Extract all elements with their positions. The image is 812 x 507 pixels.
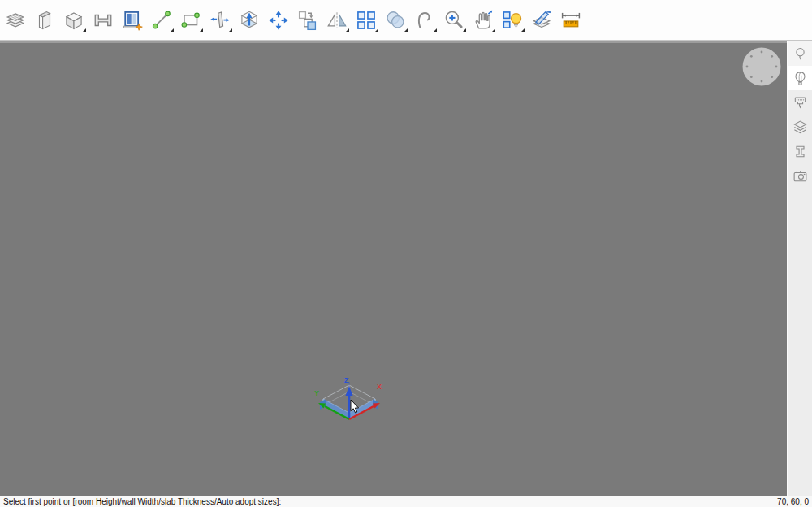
wall-corner-icon [34, 10, 55, 31]
sidebar-tab-lamp[interactable] [788, 41, 812, 66]
dropdown-corner-icon [199, 28, 203, 32]
copy-squares-icon [297, 10, 318, 31]
cube-up-arrow-icon [239, 10, 260, 31]
x-axis-label: X [377, 383, 382, 391]
ibeam-icon [793, 144, 808, 159]
sidebar-tab-profiles[interactable] [788, 139, 812, 163]
sidebar-tab-layers[interactable] [788, 115, 812, 139]
sidebar-tab-balloon[interactable] [788, 66, 812, 90]
beam-tool-button[interactable] [93, 4, 114, 37]
toolbar-separator [585, 0, 585, 41]
compass-dial-icon [742, 47, 781, 86]
y-axis-label: Y [314, 389, 319, 397]
sidebar-tab-camera[interactable] [788, 163, 812, 188]
room-preview-gizmo: Y X Z [309, 371, 390, 436]
z-axis-label: Z [344, 376, 349, 384]
section-tool-button[interactable] [531, 4, 552, 37]
dropdown-corner-icon [228, 28, 232, 32]
copy-tool-button[interactable] [297, 4, 318, 37]
box-tool-button[interactable] [63, 4, 84, 37]
lightbulb-icon [793, 46, 808, 62]
wall-offset-tool-button[interactable] [209, 4, 231, 37]
main-toolbar [0, 0, 812, 41]
dropdown-corner-icon [82, 28, 86, 32]
dropdown-corner-icon [462, 28, 466, 32]
fillet-curve-tool-button[interactable] [414, 4, 435, 37]
rectangle-tool-button[interactable] [180, 4, 201, 37]
pan-tool-button[interactable] [473, 4, 494, 37]
window-sparkle-icon [122, 10, 143, 31]
slab-stack-icon [5, 10, 26, 31]
dropdown-corner-icon [404, 28, 408, 32]
right-panel-tabs [787, 41, 812, 496]
camera-icon [793, 168, 808, 184]
visibility-tool-button[interactable] [502, 4, 523, 37]
status-bar: Select first point or [room Height/wall … [0, 496, 812, 507]
boolean-tool-button[interactable] [385, 4, 406, 37]
beam-profile-icon [93, 10, 114, 31]
slab-tool-button[interactable] [5, 4, 26, 37]
layers-icon [793, 119, 808, 135]
mirror-tool-button[interactable] [326, 4, 348, 37]
cad-app-window: Y X Z [0, 0, 812, 507]
extrude-tool-button[interactable] [239, 4, 260, 37]
section-plane-icon [531, 10, 552, 31]
dropdown-corner-icon [433, 28, 437, 32]
window-tool-button[interactable] [122, 4, 143, 37]
dropdown-corner-icon [491, 28, 495, 32]
dropdown-corner-icon [520, 28, 525, 32]
wall-tool-button[interactable] [34, 4, 55, 37]
move-tool-button[interactable] [268, 4, 289, 37]
dropdown-corner-icon [374, 28, 378, 32]
array-tool-button[interactable] [356, 4, 377, 37]
view-compass[interactable] [742, 47, 781, 86]
hot-air-balloon-icon [793, 71, 808, 86]
sidebar-tab-materials[interactable] [788, 90, 812, 115]
ruler-dimension-icon [560, 10, 581, 31]
zoom-tool-button[interactable] [443, 4, 464, 37]
command-prompt: Select first point or [room Height/wall … [3, 497, 281, 506]
dropdown-corner-icon [345, 28, 349, 32]
dropdown-corner-icon [170, 28, 174, 32]
move-arrows-icon [268, 10, 289, 31]
paintbrush-icon [793, 95, 808, 110]
line-tool-button[interactable] [151, 4, 172, 37]
dimension-tool-button[interactable] [560, 4, 581, 37]
cursor-coordinates: 70, 60, 0 [777, 497, 809, 506]
viewport-canvas[interactable]: Y X Z [0, 41, 787, 496]
